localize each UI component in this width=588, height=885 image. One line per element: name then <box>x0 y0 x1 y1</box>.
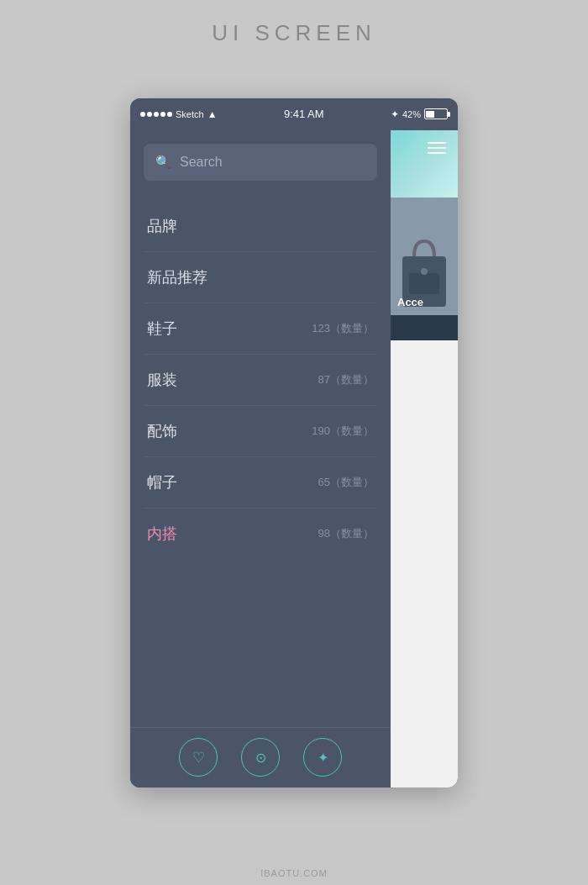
battery-fill <box>426 111 434 118</box>
search-container: 🔍 Search <box>130 130 391 194</box>
signal-dot-5 <box>167 112 172 117</box>
signal-dot-2 <box>147 112 152 117</box>
menu-item-count-xiezi: 123（数量） <box>312 321 374 336</box>
page-wrapper: UI SCREEN Sketch ▲ 9:41 AM ✦ 42% <box>0 0 588 885</box>
phone-frame: Sketch ▲ 9:41 AM ✦ 42% 🔍 Search <box>130 98 458 788</box>
right-panel: Acce <box>391 130 458 788</box>
search-bar[interactable]: 🔍 Search <box>144 144 377 181</box>
product-card-footer <box>391 315 458 340</box>
product-image: Acce <box>391 198 458 315</box>
svg-point-2 <box>421 268 428 275</box>
menu-item-xinpin[interactable]: 新品推荐 <box>130 252 391 303</box>
svg-rect-1 <box>409 273 439 294</box>
settings-button[interactable]: ✦ <box>303 738 342 777</box>
carrier-label: Sketch <box>176 109 204 119</box>
clock: 9:41 AM <box>284 108 324 120</box>
hamburger-menu[interactable] <box>428 142 446 154</box>
menu-items-list: 品牌 新品推荐 鞋子 123（数量） 服装 87（数量） <box>130 194 391 727</box>
menu-item-count-neitao: 98（数量） <box>318 526 374 541</box>
menu-item-label-neitao: 内搭 <box>147 524 177 544</box>
menu-item-peishi[interactable]: 配饰 190（数量） <box>130 406 391 456</box>
menu-item-count-fuzhuang: 87（数量） <box>318 372 374 387</box>
menu-item-label-xinpin: 新品推荐 <box>147 267 207 287</box>
menu-item-count-peishi: 190（数量） <box>312 424 374 439</box>
status-bar: Sketch ▲ 9:41 AM ✦ 42% <box>130 98 458 130</box>
menu-item-xiezi[interactable]: 鞋子 123（数量） <box>130 303 391 354</box>
main-content: 🔍 Search 品牌 新品推荐 鞋子 <box>130 130 458 788</box>
status-left: Sketch ▲ <box>140 108 218 120</box>
hamburger-line-1 <box>428 142 446 144</box>
gear-icon: ✦ <box>318 750 328 766</box>
search-icon: 🔍 <box>155 155 171 170</box>
heart-icon: ♡ <box>192 749 205 766</box>
signal-dot-3 <box>154 112 159 117</box>
wishlist-button[interactable]: ♡ <box>179 738 218 777</box>
battery-bar <box>424 108 448 119</box>
bluetooth-icon: ✦ <box>391 108 399 120</box>
menu-item-label-xiezi: 鞋子 <box>147 319 177 339</box>
page-title: UI SCREEN <box>212 20 376 46</box>
menu-item-pinpai[interactable]: 品牌 <box>130 201 391 251</box>
product-card-white-area <box>391 340 458 788</box>
menu-item-label-pinpai: 品牌 <box>147 216 177 236</box>
cart-button[interactable]: ⊙ <box>241 738 280 777</box>
signal-dot-4 <box>160 112 165 117</box>
signal-dot-1 <box>140 112 145 117</box>
hamburger-line-3 <box>428 152 446 154</box>
status-right: ✦ 42% <box>391 108 448 120</box>
menu-item-label-peishi: 配饰 <box>147 421 177 441</box>
wifi-icon: ▲ <box>207 108 218 120</box>
right-panel-header <box>391 130 458 198</box>
menu-panel: 🔍 Search 品牌 新品推荐 鞋子 <box>130 130 391 788</box>
hamburger-line-2 <box>428 147 446 149</box>
menu-item-label-fuzhuang: 服装 <box>147 370 177 390</box>
search-placeholder: Search <box>180 155 223 170</box>
watermark: IBAOTU.COM <box>260 868 328 878</box>
menu-item-label-maozi: 帽子 <box>147 472 177 493</box>
menu-item-neitao[interactable]: 内搭 98（数量） <box>130 508 391 559</box>
battery-percent: 42% <box>402 109 421 119</box>
signal-dots <box>140 112 172 117</box>
bottom-tabs: ♡ ⊙ ✦ <box>130 727 391 788</box>
menu-item-maozi[interactable]: 帽子 65（数量） <box>130 457 391 508</box>
menu-item-fuzhuang[interactable]: 服装 87（数量） <box>130 355 391 405</box>
cart-icon: ⊙ <box>255 750 266 766</box>
menu-item-count-maozi: 65（数量） <box>318 475 374 490</box>
product-label: Acce <box>397 296 423 308</box>
